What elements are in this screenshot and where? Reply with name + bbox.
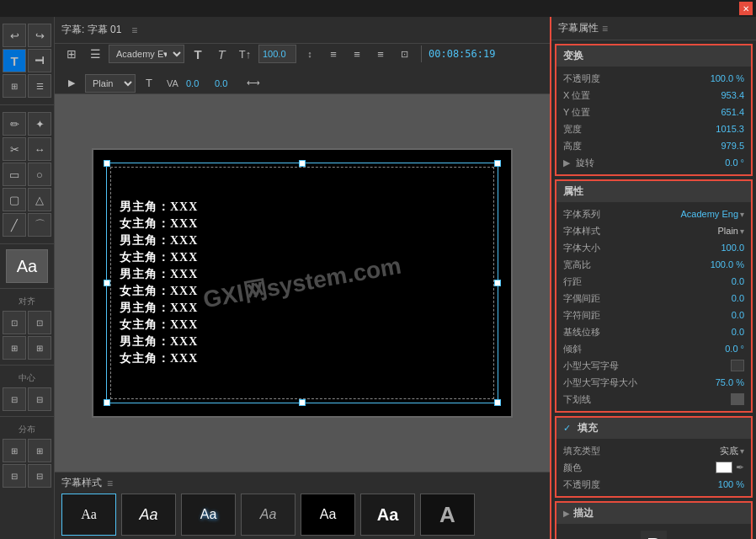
handle-tl[interactable]	[104, 160, 110, 167]
subtitle-menu-icon[interactable]: ≡	[131, 24, 137, 36]
opacity-value: 100.0 %	[694, 73, 744, 83]
font-size-input[interactable]	[258, 45, 296, 63]
align-right-button[interactable]: ⊡	[28, 311, 51, 334]
divider-2	[0, 243, 54, 244]
scissors-tool[interactable]: ✂	[3, 137, 26, 161]
close-button[interactable]: ✕	[739, 2, 753, 15]
style-thumb-1[interactable]: Aa	[61, 494, 116, 536]
handle-br[interactable]	[494, 399, 501, 406]
eyedropper-icon[interactable]: ✒	[736, 462, 744, 473]
aspect-row: 宽高比 100.0 %	[563, 256, 744, 273]
text-tool-button[interactable]: T	[3, 49, 26, 72]
align-left-text-icon[interactable]: ≡	[323, 44, 343, 64]
text-size-up-icon[interactable]: T↑	[235, 44, 255, 64]
tool-row-scissors: ✂ ↔	[3, 137, 51, 161]
attributes-title: 属性	[563, 184, 583, 199]
width-value: 1015.3	[694, 124, 744, 134]
fill-checkmark: ✓	[563, 423, 571, 434]
tool-row-shapes2: ▢ △	[3, 188, 51, 211]
font-preview[interactable]: Aa	[6, 249, 48, 283]
handle-lm[interactable]	[104, 280, 110, 286]
underline-row: 下划线	[563, 391, 744, 408]
style-thumb-3[interactable]: Aa	[181, 494, 236, 536]
panel-menu-icon[interactable]: ≡	[602, 23, 608, 35]
align-bottom-button[interactable]: ⊞	[28, 336, 51, 360]
x-pos-label: X 位置	[563, 89, 694, 102]
font-family-dropdown[interactable]: Academy Eng ▾	[681, 209, 744, 219]
align-top-button[interactable]: ⊞	[3, 336, 26, 360]
handle-bm[interactable]	[299, 399, 306, 406]
rect-tool[interactable]: ▭	[3, 163, 26, 186]
handle-tm[interactable]	[299, 160, 306, 167]
style-thumb-5[interactable]: Aa	[301, 494, 355, 536]
font-size-val: 100.0	[694, 243, 744, 253]
tool-group-2: ✏ ✦ ✂ ↔ ▭ ○ ▢ △ ╱ ⌒	[0, 110, 54, 238]
color-swatch[interactable]	[716, 462, 732, 473]
dist-v-button[interactable]: ⊞	[28, 439, 51, 462]
redo-button[interactable]: ↪	[28, 24, 51, 47]
underline-checkbox[interactable]	[731, 393, 744, 405]
style-thumb-4[interactable]: Aa	[241, 494, 295, 536]
center-h-button[interactable]: ⊟	[3, 387, 26, 411]
handle-bl[interactable]	[104, 399, 110, 406]
align-left-button[interactable]: ⊡	[3, 311, 26, 334]
polygon-tool[interactable]: △	[28, 188, 51, 211]
small-caps-checkbox[interactable]	[731, 360, 744, 371]
transform-header[interactable]: 变换	[556, 45, 751, 67]
fill-type-dropdown[interactable]: 实底 ▾	[720, 445, 744, 457]
panel-header: 字幕属性 ≡	[551, 17, 756, 40]
line-tool[interactable]: ╱	[3, 213, 26, 237]
tab-icon[interactable]: ⊡	[394, 44, 414, 64]
rotation-value: 0.0 °	[694, 157, 744, 168]
font-family-label: 字体系列	[563, 208, 681, 221]
line-height-icon[interactable]: ↕	[300, 44, 320, 64]
dist-h-button[interactable]: ⊞	[3, 439, 26, 462]
star-tool[interactable]: ✦	[28, 112, 51, 136]
vertical-text-button[interactable]: T	[28, 49, 51, 72]
styles-menu[interactable]: ≡	[107, 478, 113, 489]
pen-tool[interactable]: ✏	[3, 112, 26, 136]
round-rect-tool[interactable]: ▢	[3, 188, 26, 211]
list-icon[interactable]: ☰	[85, 44, 105, 64]
style-thumb-6[interactable]: Aa	[360, 494, 415, 536]
dist-3-button[interactable]: ⊟	[28, 464, 51, 488]
stroke-header[interactable]: ▶ 描边	[556, 503, 751, 524]
tracking-icon[interactable]: ⟷	[243, 73, 264, 93]
text-t-icon[interactable]: T	[139, 73, 159, 93]
sep-1	[421, 45, 422, 62]
vertical-align-icon[interactable]: VA	[162, 73, 183, 93]
subtitle-line-9: 男主角：XXX	[120, 334, 198, 350]
fill-section: ✓ 填充 填充类型 实底 ▾ 颜色 ✒	[555, 416, 753, 498]
style-thumb-7[interactable]: A	[420, 494, 475, 536]
width-row: 宽度 1015.3	[563, 120, 744, 137]
font-family-select[interactable]: Academy E▾	[109, 45, 184, 63]
bezier-tool[interactable]: ⌒	[28, 213, 51, 237]
layout-icon[interactable]: ⊞	[61, 44, 82, 64]
align-center-text-icon[interactable]: ≡	[347, 44, 367, 64]
bullet-button[interactable]: ☰	[28, 74, 51, 98]
distribute-label: 分布	[17, 422, 37, 437]
ellipse-tool[interactable]: ○	[28, 163, 51, 186]
move-tool[interactable]: ↔	[28, 137, 51, 161]
dist-2-button[interactable]: ⊟	[3, 464, 26, 488]
fill-header[interactable]: ✓ 填充	[556, 418, 751, 439]
font-style-select[interactable]: Plain	[85, 74, 136, 93]
fill-body: 填充类型 实底 ▾ 颜色 ✒ 不透明度 100 %	[556, 439, 751, 496]
handle-tr[interactable]	[494, 160, 501, 167]
text-bold-icon[interactable]: T	[188, 44, 208, 64]
attributes-header[interactable]: 属性	[556, 181, 751, 202]
center-v-button[interactable]: ⊟	[28, 387, 51, 411]
text-italic-icon[interactable]: T	[211, 44, 232, 64]
style-thumb-2[interactable]: Aa	[121, 494, 176, 536]
panel-title: 字幕属性	[558, 21, 599, 35]
layer-button[interactable]: ⊞	[3, 74, 26, 98]
font-style-dropdown[interactable]: Plain ▾	[718, 226, 744, 236]
align-label: 对齐	[17, 294, 37, 309]
preview-area: 男主角：XXX 女主角：XXX 男主角：XXX 女主角：XXX 男主角：XXX …	[55, 94, 550, 472]
undo-button[interactable]: ↩	[3, 24, 26, 47]
align-right-text-icon[interactable]: ≡	[370, 44, 391, 64]
color-controls: ✒	[716, 462, 744, 473]
subtitle-line-1: 男主角：XXX	[120, 200, 198, 215]
video-icon[interactable]: ▶	[61, 73, 82, 93]
handle-rm[interactable]	[494, 280, 501, 286]
